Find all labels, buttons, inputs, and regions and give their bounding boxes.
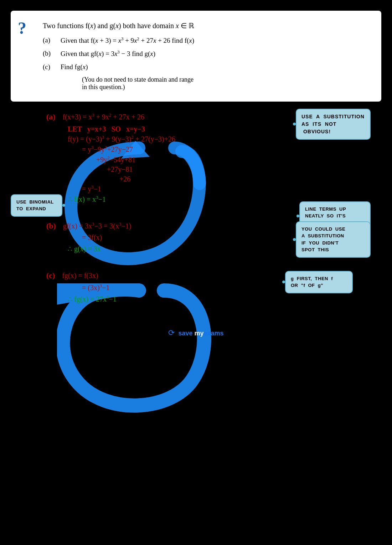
question-part-c: (c) Find fg(x) — [43, 63, 367, 71]
brand-logo: ⟳ save myexams — [168, 330, 223, 337]
solution-part-c-label: (c) — [46, 271, 55, 280]
g-first-callout-text: g FIRST, THEN fOR "f OF g" — [291, 276, 333, 288]
fy-expansion: f(y) = (y−3)3 + 9(y−3)2 + 27(y−3)+26 — [68, 135, 175, 143]
part-c-text: Find fg(x) — [61, 63, 88, 71]
substitution-callout: USE A SUBSTITUTIONAS ITS NOT OBVIOUS! — [296, 109, 371, 140]
let-substitution: LET y=x+3 SO x=y−3 — [68, 125, 145, 133]
part-a-label: (a) — [43, 36, 53, 44]
part-b-label: (b) — [43, 50, 53, 57]
part-a-answer: ∴ f(x) = x3−1 — [68, 195, 106, 203]
expansion-line-3: +27y−81 — [107, 165, 133, 173]
footer: ⟳ save myexams — [11, 321, 381, 345]
question-parts: (a) Given that f(x + 3) = x3 + 9x2 + 27x… — [43, 36, 367, 91]
expansion-line-4: +26 — [119, 175, 130, 183]
part-b-equation: gf(x) = 3x3−3 = 3(x3−1) — [63, 221, 131, 230]
question-intro: Two functions f(x) and g(x) both have do… — [43, 21, 367, 30]
question-part-b: (b) Given that gf(x) = 3x3 − 3 find g(x) — [43, 50, 367, 58]
solution-part-a-label: (a) — [46, 112, 56, 122]
question-part-a: (a) Given that f(x + 3) = x3 + 9x2 + 27x… — [43, 36, 367, 45]
you-didnt-callout: YOU COULD USEA SUBSTITUTIONIF YOU DIDN'T… — [296, 221, 371, 258]
part-c-label: (c) — [43, 63, 53, 71]
part-c-equation: fg(x) = f(3x) — [62, 272, 98, 280]
binomial-callout: USE BINOMIALTO EXPAND — [11, 194, 62, 217]
expansion-line-2: +9y2−54y+81 — [96, 156, 135, 164]
part-c-note: (You do not need to state domain and ran… — [82, 76, 367, 91]
expansion-line-1: = y3−9y2+27y−27 — [82, 145, 133, 153]
binomial-callout-text: USE BINOMIALTO EXPAND — [16, 199, 54, 212]
you-didnt-callout-text: YOU COULD USEA SUBSTITUTIONIF YOU DIDN'T… — [301, 226, 345, 253]
part-c-answer: ∴ fg(x) = 27x3−1 — [68, 295, 117, 303]
part-c-section: (c) fg(x) = f(3x) = (3x)3−1 ∴ fg(x) = 27… — [11, 271, 381, 303]
simplified-y: = y3−1 — [82, 185, 101, 193]
part-b-section: (b) gf(x) = 3x3−3 = 3(x3−1) = 3f(x) ∴ g(… — [11, 221, 381, 253]
solution-part-b-label: (b) — [46, 221, 56, 231]
part-a-text: Given that f(x + 3) = x3 + 9x2 + 27x + 2… — [61, 36, 194, 45]
part-a-equation: f(x+3) = x3 + 9x2 + 27x + 26 — [63, 112, 144, 121]
brand-my: my — [192, 330, 203, 337]
question-icon: ? — [18, 20, 26, 37]
substitution-callout-text: USE A SUBSTITUTIONAS ITS NOT OBVIOUS! — [301, 114, 365, 134]
solution-area: (a) f(x+3) = x3 + 9x2 + 27x + 26 LET y=x… — [0, 102, 392, 356]
blue-circular-arrow — [57, 283, 221, 419]
part-c-step2: = (3x)3−1 — [82, 284, 109, 292]
part-b-text: Given that gf(x) = 3x3 − 3 find g(x) — [61, 50, 155, 58]
part-b-answer: ∴ g(x) = 3x — [68, 245, 101, 253]
brand-exams: exams — [204, 330, 224, 337]
question-box: ? Two functions f(x) and g(x) both have … — [11, 11, 381, 102]
part-a-section: (a) f(x+3) = x3 + 9x2 + 27x + 26 LET y=x… — [11, 112, 381, 204]
brand-save: save — [178, 330, 192, 337]
part-b-step2: = 3f(x) — [82, 233, 102, 241]
g-first-callout: g FIRST, THEN fOR "f OF g" — [285, 271, 353, 293]
